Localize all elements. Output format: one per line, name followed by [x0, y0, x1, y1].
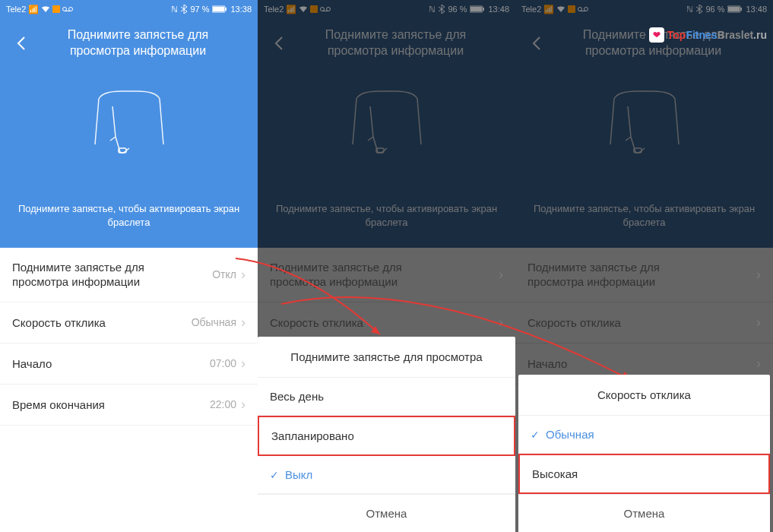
- settings-list: Поднимите запястье для просмотра информа…: [0, 248, 258, 532]
- response-speed-dialog: Скорость отклика ✓ Обычная Высокая Отмен…: [518, 375, 770, 532]
- hero-text: Поднимите запястье, чтобы активировать э…: [0, 202, 258, 230]
- dialog-title: Скорость отклика: [518, 375, 770, 416]
- chevron-right-icon: ›: [241, 315, 246, 331]
- chevron-right-icon: ›: [241, 267, 246, 283]
- option-normal[interactable]: ✓ Обычная: [518, 416, 770, 454]
- option-high[interactable]: Высокая: [518, 454, 770, 494]
- setting-raise-wrist[interactable]: Поднимите запястье для просмотра информа…: [0, 248, 258, 302]
- bluetooth-icon: [181, 5, 187, 14]
- body-figure-icon: [76, 84, 182, 190]
- option-scheduled[interactable]: Запланировано: [258, 416, 515, 456]
- nfc-icon: ℕ: [171, 5, 178, 14]
- back-button[interactable]: [12, 34, 30, 52]
- check-icon: ✓: [270, 469, 279, 481]
- clock-label: 13:38: [230, 5, 252, 14]
- svg-point-0: [63, 8, 67, 11]
- chevron-right-icon: ›: [241, 356, 246, 372]
- svg-point-1: [69, 8, 73, 11]
- dialog-title: Поднимите запястье для просмотра: [258, 337, 515, 378]
- page-title: Поднимите запястье дляпросмотра информац…: [30, 27, 246, 59]
- voicemail-icon: [62, 6, 73, 12]
- hero-illustration: Поднимите запястье, чтобы активировать э…: [0, 68, 258, 248]
- cancel-button[interactable]: Отмена: [258, 494, 515, 532]
- setting-response-speed[interactable]: Скорость отклика Обычная ›: [0, 302, 258, 344]
- carrier-label: Tele2: [6, 5, 26, 14]
- status-bar: Tele2 📶 ℕ 97 % 13:38: [0, 0, 258, 18]
- sim-icon: [52, 5, 60, 13]
- option-all-day[interactable]: Весь день: [258, 378, 515, 416]
- svg-rect-4: [213, 7, 224, 11]
- heart-icon: ❤: [649, 27, 664, 43]
- signal-icon: 📶: [28, 5, 39, 14]
- setting-start-time[interactable]: Начало 07:00 ›: [0, 344, 258, 385]
- battery-icon: [212, 5, 227, 13]
- watermark: ❤ TopFitnesBraslet.ru: [649, 27, 767, 43]
- header: Поднимите запястье дляпросмотра информац…: [0, 18, 258, 68]
- phone-screen-2: Tele2 📶 ℕ 96 % 13:48 Поднимите запястье …: [258, 0, 515, 532]
- option-off[interactable]: ✓ Выкл: [258, 456, 515, 494]
- chevron-right-icon: ›: [241, 397, 246, 413]
- svg-rect-5: [225, 8, 227, 11]
- battery-percent: 97 %: [190, 5, 209, 14]
- setting-end-time[interactable]: Время окончания 22:00 ›: [0, 385, 258, 426]
- phone-screen-1: Tele2 📶 ℕ 97 % 13:38 Поднимите запястье …: [0, 0, 258, 532]
- raise-wrist-dialog: Поднимите запястье для просмотра Весь де…: [258, 337, 515, 532]
- cancel-button[interactable]: Отмена: [518, 494, 770, 532]
- wifi-icon: [41, 5, 50, 13]
- check-icon: ✓: [531, 429, 540, 441]
- phone-screen-3: Tele2 📶 ℕ 96 % 13:48 Поднимите запястье …: [515, 0, 773, 532]
